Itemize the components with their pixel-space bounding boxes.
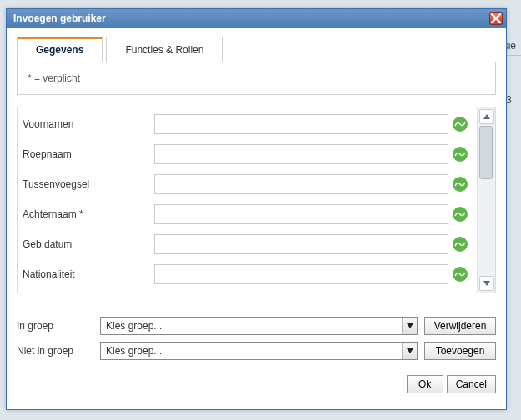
group-selectors: In groep Kies groep... Verwijderen Niet … [17,317,496,367]
in-group-row: In groep Kies groep... Verwijderen [17,317,496,335]
dialog-title: Invoegen gebruiker [13,12,489,24]
not-in-group-label: Niet in groep [17,345,100,357]
dialog-body: Gegevens Functies & Rollen * = verplicht… [7,28,506,409]
vcard-icon[interactable] [452,236,468,252]
scroll-up-button[interactable] [479,109,494,124]
dialog-titlebar: Invoegen gebruiker [7,9,506,28]
field-row-tussenvoegsel: Tussenvoegsel [23,174,472,194]
vcard-icon[interactable] [452,206,468,222]
voornamen-input[interactable] [154,114,448,134]
form-area: Voornamen Roepnaam [17,107,496,293]
vcard-icon[interactable] [452,146,468,162]
cancel-button[interactable]: Cancel [447,375,496,393]
ok-button[interactable]: Ok [407,375,443,393]
required-note-panel: * = verplicht [17,62,496,95]
field-label: Voornamen [23,118,154,130]
vcard-icon[interactable] [452,176,468,192]
field-row-voornamen: Voornamen [23,114,472,134]
in-group-select[interactable]: Kies groep... [100,317,418,335]
field-row-achternaam: Achternaam * [23,204,472,224]
nationaliteit-input[interactable] [154,264,448,284]
field-label: Roepnaam [23,148,154,160]
not-in-group-select[interactable]: Kies groep... [100,342,418,360]
remove-group-button[interactable]: Verwijderen [424,317,496,335]
add-group-button[interactable]: Toevoegen [424,342,496,360]
gebdatum-input[interactable] [154,234,448,254]
tab-label: Gegevens [36,44,83,56]
tab-functies-rollen[interactable]: Functies & Rollen [106,37,223,62]
tussenvoegsel-input[interactable] [154,174,448,194]
form-scrollbar [477,108,495,292]
achternaam-input[interactable] [154,204,448,224]
app-canvas: ossie AA3 Invoegen gebruiker Gegevens Fu… [0,0,521,420]
tab-gegevens[interactable]: Gegevens [17,37,103,62]
field-label: Geb.datum [23,238,154,250]
insert-user-dialog: Invoegen gebruiker Gegevens Functies & R… [6,8,507,410]
roepnaam-input[interactable] [154,144,448,164]
dialog-footer: Ok Cancel [17,375,496,393]
form-scroll: Voornamen Roepnaam [18,108,477,292]
scroll-thumb[interactable] [479,126,493,179]
scroll-track[interactable] [478,126,495,274]
in-group-label: In groep [17,320,100,332]
tab-bar: Gegevens Functies & Rollen [17,36,496,62]
scroll-down-button[interactable] [479,276,494,291]
field-label: Tussenvoegsel [23,178,154,190]
field-label: Nationaliteit [23,268,154,280]
field-label: Achternaam * [23,208,154,220]
field-row-nationaliteit: Nationaliteit [23,264,472,284]
vcard-icon[interactable] [452,116,468,132]
not-in-group-select-wrap: Kies groep... [100,342,418,360]
field-row-roepnaam: Roepnaam [23,144,472,164]
field-row-gebdatum: Geb.datum [23,234,472,254]
close-icon[interactable] [489,12,503,25]
vcard-icon[interactable] [452,266,468,282]
in-group-select-wrap: Kies groep... [100,317,418,335]
not-in-group-row: Niet in groep Kies groep... Toevoegen [17,342,496,360]
tab-label: Functies & Rollen [125,44,203,56]
required-note: * = verplicht [26,69,487,88]
